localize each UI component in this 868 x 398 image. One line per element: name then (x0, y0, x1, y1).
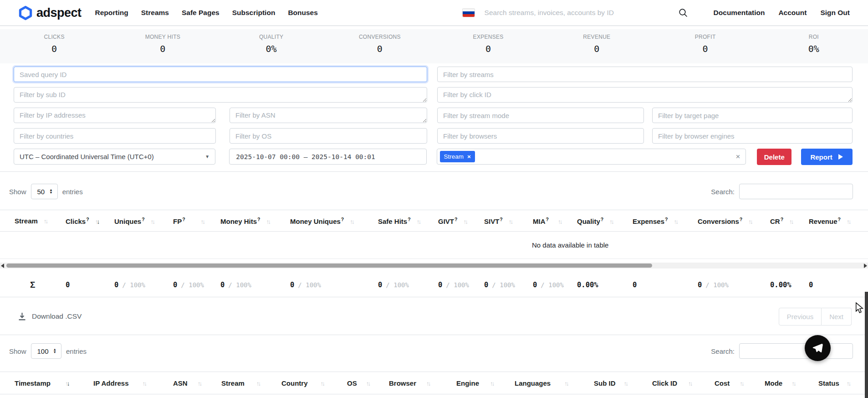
date-range-input[interactable]: 2025-10-07 00:00 – 2025-10-14 00:01 (229, 149, 426, 165)
nav-sign-out[interactable]: Sign Out (820, 9, 850, 17)
col-uniques[interactable]: Uniques?↑↓ (114, 210, 173, 232)
search-icon[interactable] (678, 8, 688, 18)
col-os[interactable]: OS↑↓ (347, 372, 389, 394)
filter-target-page-input[interactable] (652, 108, 853, 123)
horizontal-scrollbar[interactable] (0, 263, 868, 269)
global-search-input[interactable] (485, 9, 678, 17)
col-money-uniques[interactable]: Money Uniques?↑↓ (290, 210, 378, 232)
filter-streams-input[interactable] (437, 67, 853, 82)
filter-asn-textarea[interactable] (230, 108, 427, 123)
col-expenses[interactable]: Expenses?↑↓ (633, 210, 698, 232)
col-timestamp[interactable]: Timestamp↑↓ (0, 372, 93, 394)
col-stream[interactable]: Stream↑↓ (0, 210, 66, 232)
col-money-hits[interactable]: Money Hits?↑↓ (220, 210, 290, 232)
clicks-log-header-row: Timestamp↑↓ IP Address↑↓ ASN↑↓ Stream↑↓ … (0, 372, 868, 394)
date-range-value: 2025-10-07 00:00 – 2025-10-14 00:01 (236, 153, 375, 160)
sort-icon: ↑↓ (201, 218, 204, 225)
nav-reporting[interactable]: Reporting (95, 9, 128, 17)
page-size-select-1[interactable]: 50 ▲▼ (31, 184, 58, 199)
clear-all-icon[interactable]: × (735, 152, 740, 161)
col-fp[interactable]: FP?↑↓ (173, 210, 220, 232)
total-givt: 0/ 100% (438, 273, 484, 297)
timezone-select[interactable]: UTC – Coordinated Universal Time (UTC+0)… (14, 149, 215, 165)
sort-icon: ↑↓ (674, 218, 677, 225)
col-ip-address[interactable]: IP Address↑↓ (93, 372, 173, 394)
page-size-select-2[interactable]: 100 ▲▼ (31, 343, 61, 359)
col-sub-id[interactable]: Sub ID↑↓ (594, 372, 652, 394)
report-button[interactable]: Report (801, 149, 853, 165)
col-cost[interactable]: Cost↑↓ (715, 372, 765, 394)
stream-tags-input[interactable]: Stream × × (437, 149, 746, 165)
table1-search-input[interactable] (739, 184, 853, 199)
col-status[interactable]: Status↑↓ (818, 372, 868, 394)
stream-tag-label: Stream (444, 153, 464, 160)
col-conversions[interactable]: Conversions?↑↓ (698, 210, 770, 232)
col-asn[interactable]: ASN↑↓ (173, 372, 221, 394)
table1-footer: Download .CSV Previous Next (0, 307, 868, 326)
col-engine[interactable]: Engine↑↓ (456, 372, 515, 394)
sort-icon: ↑↓ (321, 380, 324, 387)
col-mode[interactable]: Mode↑↓ (765, 372, 818, 394)
sort-icon: ↑↓ (791, 380, 795, 387)
nav-safe-pages[interactable]: Safe Pages (182, 9, 220, 17)
col-quality[interactable]: Quality?↑↓ (577, 210, 633, 232)
col-revenue[interactable]: Revenue?↑↓ (809, 210, 868, 232)
nav-documentation[interactable]: Documentation (714, 9, 765, 17)
filter-os-input[interactable] (230, 128, 427, 144)
col-cr[interactable]: CR?↑↓ (770, 210, 809, 232)
page-size-value: 50 (37, 188, 45, 196)
col-givt[interactable]: GIVT?↑↓ (438, 210, 484, 232)
col-safe-hits[interactable]: Safe Hits?↑↓ (378, 210, 438, 232)
table2-search-input[interactable] (739, 343, 853, 359)
col-click-id[interactable]: Click ID↑↓ (652, 372, 715, 394)
col-clicks[interactable]: Clicks?↑↓ (66, 210, 114, 232)
total-mia: 0/ 100% (533, 273, 577, 297)
stat-conversions: CONVERSIONS0 (326, 34, 434, 63)
nav-subscription[interactable]: Subscription (232, 9, 276, 17)
vertical-scrollbar-thumb[interactable] (865, 292, 868, 398)
col-country[interactable]: Country↑↓ (281, 372, 347, 394)
stat-profit: PROFIT0 (651, 34, 760, 63)
play-icon (838, 154, 843, 160)
hexagon-logo-icon (19, 5, 32, 21)
horizontal-scrollbar-thumb[interactable] (6, 264, 652, 268)
entries-label: entries (66, 347, 87, 355)
filter-countries-input[interactable] (14, 128, 216, 144)
nav-streams[interactable]: Streams (141, 9, 169, 17)
caret-down-icon: ▼ (205, 154, 209, 159)
stream-tag[interactable]: Stream × (440, 151, 475, 162)
scroll-left-icon[interactable] (1, 264, 4, 268)
remove-tag-icon[interactable]: × (467, 153, 471, 160)
filter-stream-mode-input[interactable] (437, 108, 644, 123)
nav-account[interactable]: Account (778, 9, 807, 17)
total-money-uniques: 0/ 100% (290, 273, 378, 297)
total-uniques: 0/ 100% (114, 273, 173, 297)
filter-click-id-textarea[interactable] (437, 87, 853, 103)
filter-browser-engines-input[interactable] (652, 128, 853, 144)
stat-clicks: CLICKS0 (0, 34, 108, 63)
download-csv-button[interactable]: Download .CSV (18, 312, 82, 320)
brand-name: adspect (36, 6, 82, 20)
telegram-button[interactable] (805, 335, 831, 361)
download-icon (18, 312, 26, 320)
filter-sub-id-textarea[interactable] (14, 87, 427, 103)
col-sivt[interactable]: SIVT?↑↓ (484, 210, 533, 232)
delete-button[interactable]: Delete (757, 149, 791, 165)
col-mia[interactable]: MIA?↑↓ (533, 210, 577, 232)
col-languages[interactable]: Languages↑↓ (515, 372, 594, 394)
filter-browsers-input[interactable] (437, 128, 644, 144)
nav-bonuses[interactable]: Bonuses (288, 9, 317, 17)
scroll-right-icon[interactable] (864, 264, 867, 268)
brand-logo[interactable]: adspect (19, 5, 82, 21)
col-browser[interactable]: Browser↑↓ (389, 372, 456, 394)
filter-ip-textarea[interactable] (14, 108, 216, 123)
next-button[interactable]: Next (822, 308, 852, 326)
top-navbar: adspect Reporting Streams Safe Pages Sub… (0, 0, 868, 26)
russian-flag-icon[interactable] (463, 9, 475, 17)
saved-query-id-input[interactable] (14, 67, 427, 82)
previous-button[interactable]: Previous (779, 308, 822, 326)
select-spinner-icon: ▲▼ (53, 348, 56, 354)
col-stream[interactable]: Stream↑↓ (221, 372, 281, 394)
sort-icon: ↑↓ (95, 218, 99, 225)
report-table: Stream↑↓ Clicks?↑↓ Uniques?↑↓ FP?↑↓ Mone… (0, 210, 868, 232)
